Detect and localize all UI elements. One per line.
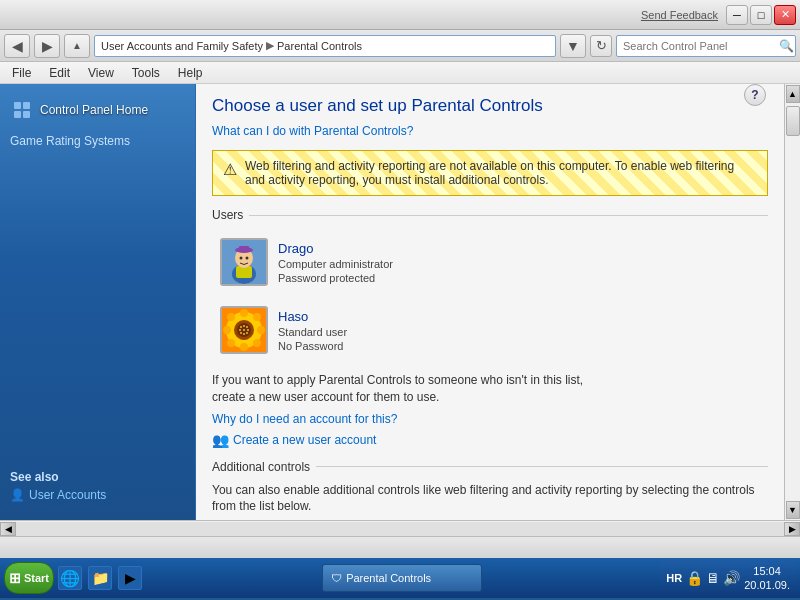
scrollbar-up[interactable]: ▲ [786,85,800,103]
svg-point-28 [243,329,245,331]
dropdown-button[interactable]: ▼ [560,34,586,58]
scrollbar-left[interactable]: ◀ [0,522,16,536]
active-window-icon: 🛡 [331,572,342,584]
back-button[interactable]: ◀ [4,34,30,58]
title-bar: Send Feedback ─ □ ✕ [0,0,800,30]
scrollbar-right[interactable]: ▶ [784,522,800,536]
svg-rect-2 [14,111,21,118]
send-feedback-link[interactable]: Send Feedback [641,9,718,21]
maximize-button[interactable]: □ [750,5,772,25]
svg-point-21 [253,339,261,347]
additional-section-label: Additional controls [212,460,768,474]
volume-icon[interactable]: 🔊 [723,570,740,586]
sidebar-game-rating[interactable]: Game Rating Systems [0,128,195,154]
menu-view[interactable]: View [80,64,122,82]
main-layout: Control Panel Home Game Rating Systems S… [0,84,800,520]
svg-point-24 [240,326,242,328]
svg-rect-0 [14,102,21,109]
folder-taskbar-icon[interactable]: 📁 [88,566,112,590]
avatar-drago [220,238,268,286]
svg-point-26 [246,326,248,328]
search-button[interactable]: 🔍 [779,39,794,53]
content-area: ? Choose a user and set up Parental Cont… [196,84,784,520]
address-field: User Accounts and Family Safety ▶ Parent… [94,35,556,57]
breadcrumb-parent: User Accounts and Family Safety [101,40,263,52]
up-button[interactable]: ▲ [64,34,90,58]
system-tray: HR 🔒 🖥 🔊 15:04 20.01.09. [660,558,796,598]
warning-icon: ⚠ [223,160,237,179]
clock-date: 20.01.09. [744,578,790,592]
user-item-haso[interactable]: Haso Standard user No Password [212,298,768,362]
svg-point-14 [240,309,248,317]
sidebar: Control Panel Home Game Rating Systems S… [0,84,196,520]
forward-button[interactable]: ▶ [34,34,60,58]
control-panel-icon [10,98,34,122]
svg-point-16 [223,326,231,334]
menu-tools[interactable]: Tools [124,64,168,82]
menu-edit[interactable]: Edit [41,64,78,82]
refresh-button[interactable]: ↻ [590,35,612,57]
sidebar-home[interactable]: Control Panel Home [0,92,195,128]
svg-point-15 [240,343,248,351]
tray-icon-2: 🖥 [706,570,720,586]
clock-time: 15:04 [744,564,790,578]
svg-point-18 [227,313,235,321]
status-bar [0,536,800,558]
user-accounts-icon: 👤 [10,488,25,502]
taskbar: ⊞ Start 🌐 📁 ▶ 🛡 Parental Controls HR 🔒 🖥… [0,558,800,598]
h-scrollbar-track [16,522,784,536]
scrollbar-down[interactable]: ▼ [786,501,800,519]
page-title: Choose a user and set up Parental Contro… [212,96,768,116]
create-account-link[interactable]: 👥 Create a new user account [212,432,768,448]
svg-point-30 [240,332,242,334]
svg-rect-9 [239,246,249,251]
users-section-label: Users [212,208,768,222]
tray-icon-1: 🔒 [686,570,703,586]
svg-rect-1 [23,102,30,109]
svg-point-20 [227,339,235,347]
scrollbar-track [785,138,800,500]
svg-point-19 [253,313,261,321]
search-input[interactable] [616,35,796,57]
active-window-btn[interactable]: 🛡 Parental Controls [322,564,482,592]
user-pwd-drago: Password protected [278,272,393,284]
svg-point-17 [257,326,265,334]
active-window-label: Parental Controls [346,572,431,584]
media-icon: ▶ [125,570,136,586]
menu-bar: File Edit View Tools Help [0,62,800,84]
sidebar-user-accounts[interactable]: 👤 User Accounts [10,488,185,502]
svg-point-11 [246,257,249,260]
minimize-button[interactable]: ─ [726,5,748,25]
menu-help[interactable]: Help [170,64,211,82]
svg-point-32 [246,332,248,334]
user-item-drago[interactable]: Drago Computer administrator Password pr… [212,230,768,294]
media-taskbar-icon[interactable]: ▶ [118,566,142,590]
svg-point-10 [240,257,243,260]
help-button[interactable]: ? [744,84,766,106]
title-buttons: ─ □ ✕ [726,5,796,25]
user-name-haso: Haso [278,309,347,324]
user-info-drago: Drago Computer administrator Password pr… [278,241,393,284]
horizontal-scrollbar[interactable]: ◀ ▶ [0,520,800,536]
why-link[interactable]: Why do I need an account for this? [212,412,768,426]
menu-file[interactable]: File [4,64,39,82]
breadcrumb-current: Parental Controls [277,40,362,52]
info-text: If you want to apply Parental Controls t… [212,372,768,406]
start-button[interactable]: ⊞ Start [4,562,54,594]
sidebar-see-also-section: See also 👤 User Accounts [0,460,195,512]
user-info-haso: Haso Standard user No Password [278,309,347,352]
address-bar: ◀ ▶ ▲ User Accounts and Family Safety ▶ … [0,30,800,62]
what-can-i-do-link[interactable]: What can I do with Parental Controls? [212,124,413,138]
language-indicator: HR [666,572,682,584]
search-wrapper: 🔍 [616,35,796,57]
tray-icons: 🔒 🖥 🔊 [686,570,740,586]
scrollbar-thumb[interactable] [786,106,800,136]
warning-box: ⚠ Web filtering and activity reporting a… [212,150,768,196]
svg-point-31 [243,333,245,335]
ie-taskbar-icon[interactable]: 🌐 [58,566,82,590]
close-button[interactable]: ✕ [774,5,796,25]
ie-icon: 🌐 [60,569,80,588]
user-role-haso: Standard user [278,326,347,338]
vertical-scrollbar[interactable]: ▲ ▼ [784,84,800,520]
folder-icon: 📁 [92,570,109,586]
